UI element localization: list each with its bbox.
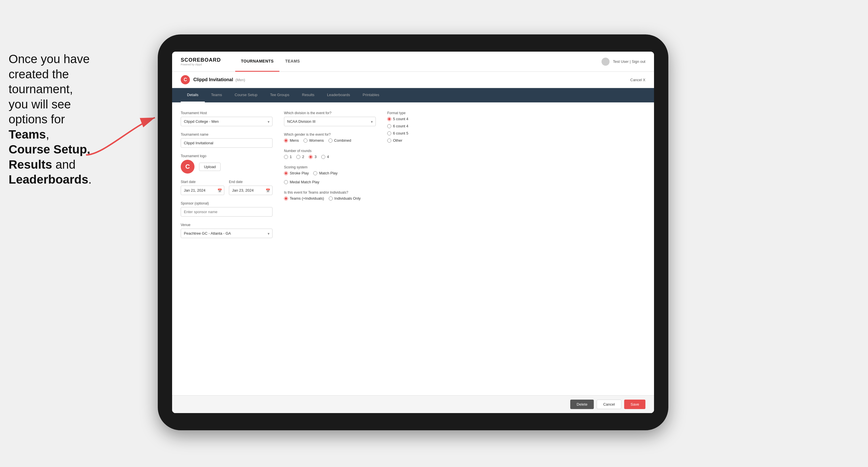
teams-plus-individuals[interactable]: Teams (+Individuals) <box>284 196 324 200</box>
scoring-radio-group: Stroke Play Match Play Medal Match Play <box>284 171 376 184</box>
tab-course-setup[interactable]: Course Setup <box>228 88 264 102</box>
scoring-stroke[interactable]: Stroke Play <box>284 171 309 175</box>
tab-results[interactable]: Results <box>296 88 321 102</box>
end-date-field: End date <box>229 180 273 195</box>
logo-title: SCOREBOARD <box>181 57 221 63</box>
venue-label: Venue <box>181 223 273 227</box>
teams-field-group: Is this event for Teams and/or Individua… <box>284 190 376 200</box>
logo-label: Tournament logo <box>181 154 273 158</box>
scoring-medal[interactable]: Medal Match Play <box>284 180 319 184</box>
division-label: Which division is the event for? <box>284 111 376 115</box>
user-area: Test User | Sign out <box>601 58 645 66</box>
form-area: Tournament Host Clippd College - Men Tou… <box>172 102 654 395</box>
venue-select[interactable]: Peachtree GC - Atlanta - GA <box>181 229 273 238</box>
rounds-3[interactable]: 3 <box>309 155 316 159</box>
nav-links: TOURNAMENTS TEAMS <box>235 52 306 72</box>
tab-teams[interactable]: Teams <box>205 88 228 102</box>
save-button[interactable]: Save <box>624 400 645 409</box>
cancel-button[interactable]: Cancel <box>597 400 621 409</box>
name-label: Tournament name <box>181 132 273 136</box>
rounds-2-radio[interactable] <box>296 155 300 159</box>
arrow-graphic <box>80 109 161 161</box>
scoring-stroke-radio[interactable] <box>284 171 288 175</box>
form-left-col: Tournament Host Clippd College - Men Tou… <box>181 111 273 390</box>
tablet-screen: SCOREBOARD Powered by clippd TOURNAMENTS… <box>172 52 654 413</box>
logo-preview: C <box>181 160 194 174</box>
start-date-input[interactable] <box>181 186 224 195</box>
delete-button[interactable]: Delete <box>570 400 594 409</box>
format-5count4[interactable]: 5 count 4 <box>387 117 456 121</box>
host-select[interactable]: Clippd College - Men <box>181 117 273 126</box>
nav-tournaments[interactable]: TOURNAMENTS <box>235 52 279 72</box>
rounds-field-group: Number of rounds 1 2 <box>284 149 376 159</box>
individuals-only[interactable]: Individuals Only <box>329 196 361 200</box>
upload-button[interactable]: Upload <box>199 163 221 171</box>
name-input[interactable] <box>181 138 273 148</box>
cancel-top-button[interactable]: Cancel X <box>630 78 645 82</box>
gender-label: Which gender is the event for? <box>284 132 376 136</box>
end-date-input[interactable] <box>229 186 273 195</box>
gender-womens[interactable]: Womens <box>304 138 324 143</box>
tab-details[interactable]: Details <box>181 88 205 102</box>
start-date-field: Start date <box>181 180 224 195</box>
tournament-header: C Clippd Invitational (Men) Cancel X <box>172 72 654 88</box>
teams-radio-group: Teams (+Individuals) Individuals Only <box>284 196 376 200</box>
teams-plus-radio[interactable] <box>284 196 288 200</box>
venue-field-group: Venue Peachtree GC - Atlanta - GA <box>181 223 273 238</box>
scoring-medal-radio[interactable] <box>284 180 288 184</box>
scoring-match[interactable]: Match Play <box>313 171 337 175</box>
form-mid-col: Which division is the event for? NCAA Di… <box>284 111 376 390</box>
logo-area: SCOREBOARD Powered by clippd <box>181 57 221 66</box>
dates-field-group: Start date End date <box>181 180 273 195</box>
individuals-only-radio[interactable] <box>329 196 333 200</box>
rounds-2[interactable]: 2 <box>296 155 304 159</box>
name-field-group: Tournament name <box>181 132 273 148</box>
logo-field-group: Tournament logo C Upload <box>181 154 273 174</box>
format-6count4[interactable]: 6 count 4 <box>387 124 456 128</box>
form-right-col: Format type 5 count 4 6 count 4 <box>387 111 456 390</box>
rounds-4[interactable]: 4 <box>321 155 329 159</box>
scoring-label: Scoring system <box>284 165 376 169</box>
sponsor-field-group: Sponsor (optional) <box>181 201 273 217</box>
instruction-teams: Teams <box>9 128 46 141</box>
instruction-line5: options for <box>9 113 65 126</box>
gender-womens-radio[interactable] <box>304 138 308 143</box>
format-5count4-radio[interactable] <box>387 117 391 121</box>
gender-combined-radio[interactable] <box>329 138 333 143</box>
rounds-1[interactable]: 1 <box>284 155 292 159</box>
instruction-line2: created the <box>9 67 69 81</box>
tab-leaderboards[interactable]: Leaderboards <box>321 88 356 102</box>
user-text[interactable]: Test User | Sign out <box>613 59 645 64</box>
gender-radio-group: Mens Womens Combined <box>284 138 376 143</box>
rounds-3-radio[interactable] <box>309 155 313 159</box>
format-other[interactable]: Other <box>387 138 456 143</box>
format-6count4-radio[interactable] <box>387 124 391 128</box>
logo-upload-area: C Upload <box>181 160 273 174</box>
sponsor-input[interactable] <box>181 207 273 217</box>
user-avatar <box>601 58 610 66</box>
gender-field-group: Which gender is the event for? Mens Wome… <box>284 132 376 143</box>
gender-combined[interactable]: Combined <box>329 138 351 143</box>
scoring-match-radio[interactable] <box>313 171 317 175</box>
rounds-label: Number of rounds <box>284 149 376 153</box>
tab-tee-groups[interactable]: Tee Groups <box>264 88 296 102</box>
sponsor-label: Sponsor (optional) <box>181 201 273 206</box>
format-other-radio[interactable] <box>387 138 391 143</box>
tablet-frame: SCOREBOARD Powered by clippd TOURNAMENTS… <box>158 34 669 430</box>
format-label: Format type <box>387 111 456 115</box>
rounds-1-radio[interactable] <box>284 155 288 159</box>
gender-mens-radio[interactable] <box>284 138 288 143</box>
format-6count5-radio[interactable] <box>387 131 391 135</box>
instruction-leaderboards: Leaderboards <box>9 173 88 186</box>
instruction-line4: you will see <box>9 97 71 111</box>
division-select[interactable]: NCAA Division III <box>284 117 376 126</box>
gender-mens[interactable]: Mens <box>284 138 299 143</box>
tab-printables[interactable]: Printables <box>356 88 385 102</box>
form-footer: Delete Cancel Save <box>172 395 654 413</box>
format-6count5[interactable]: 6 count 5 <box>387 131 456 135</box>
teams-label: Is this event for Teams and/or Individua… <box>284 190 376 194</box>
start-date-label: Start date <box>181 180 224 184</box>
rounds-4-radio[interactable] <box>321 155 325 159</box>
instruction-results: Results <box>9 158 52 171</box>
nav-teams[interactable]: TEAMS <box>279 52 306 72</box>
